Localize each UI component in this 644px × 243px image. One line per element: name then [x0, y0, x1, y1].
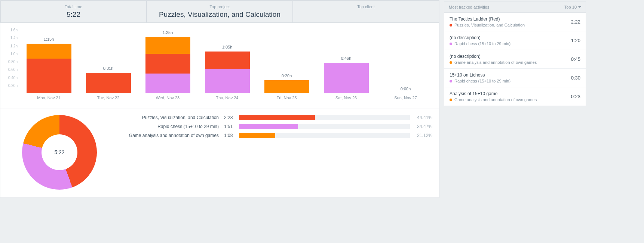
project-color-dot — [450, 43, 452, 45]
bar-chart: 1.6h1.4h1.2h1.0h0.80h0.60h0.40h0.20h 1:1… — [19, 30, 435, 101]
breakdown-row[interactable]: Rapid chess (15+10 to 29 min)1:5134.47% — [112, 124, 432, 129]
most-tracked-panel: Most tracked activities Top 10 The Tacti… — [444, 1, 586, 106]
y-tick: 1.6h — [10, 28, 18, 32]
breakdown-row[interactable]: Game analysis and annotation of own game… — [112, 133, 432, 138]
bar-segment[interactable] — [205, 52, 250, 69]
bar-total-label: 1:05h — [205, 45, 250, 49]
summary-value: Puzzles, Visualization, and Calculation — [147, 10, 292, 19]
most-tracked-header: Most tracked activities Top 10 — [444, 2, 586, 13]
bar-segment[interactable] — [86, 73, 131, 93]
activity-project: Puzzles, Visualization, and Calculation — [454, 23, 525, 27]
y-tick: 0.40h — [8, 75, 18, 80]
summary-row: Total time 5:22 Top project Puzzles, Vis… — [0, 0, 439, 23]
breakdown-time: 1:51 — [224, 124, 239, 129]
activity-time: 0:45 — [571, 56, 580, 62]
breakdown-pct: 44.41% — [410, 115, 432, 120]
bar-total-label: 1:15h — [27, 37, 71, 41]
x-tick: Thu, Nov 24 — [216, 96, 239, 100]
bar-segment[interactable] — [145, 37, 190, 54]
activity-item[interactable]: (no description)Game analysis and annota… — [444, 50, 586, 69]
bars-area: 1:15h0:31h1:25h1:05h0:20h0:46h0:00h — [19, 30, 435, 93]
bar-segment[interactable] — [27, 44, 71, 58]
summary-total-time: Total time 5:22 — [0, 0, 147, 23]
bar-total-label: 0:20h — [264, 74, 309, 78]
chevron-down-icon — [578, 6, 581, 8]
x-tick: Fri, Nov 25 — [277, 96, 297, 100]
donut-chart: 5:22 — [7, 113, 112, 191]
activity-title: 15+10 on Lichess — [450, 72, 571, 78]
activity-title: (no description) — [450, 54, 571, 59]
top-n-label: Top 10 — [564, 5, 577, 9]
project-color-dot — [450, 80, 452, 82]
activity-time: 0:30 — [571, 75, 580, 81]
summary-top-client: Top client — [293, 0, 439, 23]
bar-total-label: 0:31h — [86, 66, 131, 71]
x-tick: Sat, Nov 26 — [335, 96, 357, 100]
activity-item[interactable]: (no description)Rapid chess (15+10 to 29… — [444, 31, 586, 50]
x-axis: Mon, Nov 21Tue, Nov 22Wed, Nov 23Thu, No… — [19, 94, 435, 101]
bar-group[interactable]: 0:46h — [324, 63, 369, 93]
x-tick: Tue, Nov 22 — [97, 96, 120, 100]
breakdown-time: 2:23 — [224, 115, 239, 120]
activity-item[interactable]: The Tactics Ladder (Red)Puzzles, Visuali… — [444, 13, 586, 31]
top-n-selector[interactable]: Top 10 — [564, 5, 581, 9]
breakdown-bar-fill — [239, 133, 275, 138]
donut-center-label: 5:22 — [42, 134, 77, 170]
bar-segment[interactable] — [145, 54, 190, 74]
summary-label: Total time — [1, 4, 146, 9]
project-color-dot — [450, 99, 452, 101]
activity-project: Rapid chess (15+10 to 29 min) — [454, 41, 510, 46]
donut-ring: 5:22 — [22, 115, 97, 190]
y-tick: 0.60h — [8, 68, 18, 72]
activity-project: Game analysis and annotation of own game… — [454, 97, 537, 102]
y-axis: 1.6h1.4h1.2h1.0h0.80h0.60h0.40h0.20h — [5, 30, 18, 93]
bar-group[interactable]: 1:15h — [27, 44, 71, 93]
y-tick: 1.4h — [10, 36, 18, 40]
bar-segment[interactable] — [145, 74, 190, 93]
breakdown-name: Rapid chess (15+10 to 29 min) — [112, 124, 224, 129]
activity-item[interactable]: Analysis of 15+10 gameGame analysis and … — [444, 87, 586, 106]
x-tick: Wed, Nov 23 — [156, 96, 180, 100]
activity-title: Analysis of 15+10 game — [450, 91, 571, 96]
bar-segment[interactable] — [205, 69, 250, 93]
x-tick: Sun, Nov 27 — [394, 96, 417, 100]
bar-group[interactable]: 0:31h — [86, 73, 131, 93]
bar-segment[interactable] — [264, 80, 309, 93]
breakdown-name: Puzzles, Visualization, and Calculation — [112, 115, 224, 120]
bar-chart-panel: 1.6h1.4h1.2h1.0h0.80h0.60h0.40h0.20h 1:1… — [0, 23, 439, 109]
activity-title: The Tactics Ladder (Red) — [450, 16, 571, 22]
y-tick: 1.2h — [10, 44, 18, 48]
bar-segment[interactable] — [27, 59, 71, 94]
activity-time: 2:22 — [571, 19, 580, 25]
breakdown-time: 1:08 — [224, 133, 239, 138]
breakdown-pct: 21.12% — [410, 133, 432, 138]
breakdown-row[interactable]: Puzzles, Visualization, and Calculation2… — [112, 115, 432, 120]
bar-total-label: 0:46h — [324, 56, 369, 60]
activity-title: (no description) — [450, 35, 571, 40]
breakdown-bar-track — [239, 133, 410, 138]
bar-group[interactable]: 1:05h — [205, 52, 250, 93]
y-tick: 1.0h — [10, 52, 18, 56]
breakdown-bar-fill — [239, 124, 298, 129]
summary-top-project: Top project Puzzles, Visualization, and … — [147, 0, 293, 23]
breakdown-panel: 5:22 Puzzles, Visualization, and Calcula… — [0, 109, 439, 198]
bar-total-label: 1:25h — [145, 30, 190, 35]
bar-total-label: 0:00h — [383, 87, 428, 91]
breakdown-name: Game analysis and annotation of own game… — [112, 133, 224, 138]
bar-group[interactable]: 1:25h — [145, 37, 190, 93]
breakdown-pct: 34.47% — [410, 124, 432, 129]
activity-item[interactable]: 15+10 on LichessRapid chess (15+10 to 29… — [444, 69, 586, 87]
bar-group[interactable]: 0:20h — [264, 80, 309, 93]
breakdown-bar-track — [239, 115, 410, 120]
breakdown-list: Puzzles, Visualization, and Calculation2… — [112, 113, 432, 191]
activity-project: Game analysis and annotation of own game… — [454, 60, 537, 65]
activity-time: 1:20 — [571, 38, 580, 43]
summary-label: Top project — [147, 4, 292, 9]
summary-value: 5:22 — [1, 10, 146, 19]
project-color-dot — [450, 24, 452, 27]
x-tick: Mon, Nov 21 — [37, 96, 60, 100]
most-tracked-title: Most tracked activities — [449, 5, 489, 9]
bar-segment[interactable] — [324, 63, 369, 93]
summary-label: Top client — [293, 4, 439, 9]
activity-time: 0:23 — [571, 94, 580, 99]
